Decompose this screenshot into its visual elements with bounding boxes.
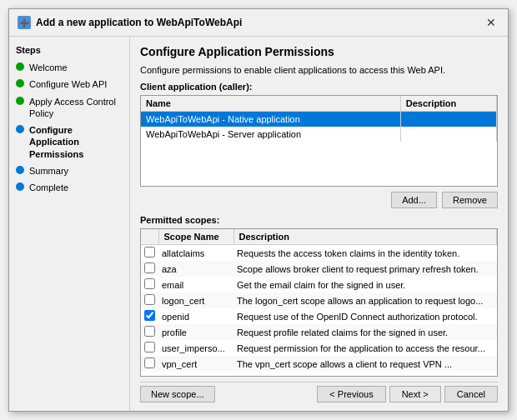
- scope-checkbox-5[interactable]: [144, 326, 155, 337]
- close-button[interactable]: ✕: [483, 14, 499, 31]
- scope-desc-6: Request permission for the application t…: [233, 340, 497, 356]
- client-row-1-desc: [400, 127, 496, 142]
- list-item: allatclaims Requests the access token cl…: [141, 245, 497, 262]
- scope-col-description: Description: [233, 229, 497, 245]
- title-bar: ➕ Add a new application to WebApiToWebAp…: [9, 9, 508, 37]
- scope-checkbox-6[interactable]: [144, 342, 155, 352]
- description-text: Configure permissions to enable client a…: [140, 65, 498, 75]
- scope-name-7: vpn_cert: [158, 356, 233, 372]
- step-label-configure-web-api: Configure Web API: [29, 78, 107, 90]
- add-button[interactable]: Add...: [391, 192, 437, 208]
- client-col-name: Name: [141, 96, 400, 112]
- scope-check-3[interactable]: [141, 292, 158, 308]
- steps-heading: Steps: [16, 45, 123, 55]
- step-dot-complete: [16, 182, 24, 191]
- list-item: vpn_cert The vpn_cert scope allows a cli…: [141, 356, 497, 372]
- step-dot-summary: [16, 166, 24, 174]
- sidebar: Steps Welcome Configure Web API Apply Ac…: [9, 37, 130, 411]
- step-dot-configure-web-api: [16, 79, 24, 88]
- client-row-1-name: WebApiToWebApi - Server application: [141, 127, 400, 142]
- nav-buttons: < Previous Next > Cancel: [317, 386, 498, 402]
- content-area: Steps Welcome Configure Web API Apply Ac…: [9, 37, 508, 411]
- scope-name-2: email: [158, 277, 233, 292]
- client-section-label: Client application (caller):: [140, 82, 498, 92]
- step-dot-apply-access: [16, 97, 24, 105]
- previous-button[interactable]: < Previous: [317, 386, 385, 402]
- scope-name-1: aza: [158, 261, 233, 277]
- scope-name-0: allatclaims: [158, 245, 233, 262]
- client-row-0-name: WebApiToWebApi - Native application: [141, 112, 400, 128]
- scope-checkbox-3[interactable]: [144, 294, 155, 305]
- client-table: Name Description WebApiToWebApi - Native…: [141, 96, 497, 142]
- client-col-description: Description: [400, 96, 496, 112]
- sidebar-item-apply-access-control-policy[interactable]: Apply Access Control Policy: [16, 96, 123, 120]
- scope-desc-3: The logon_cert scope allows an applicati…: [233, 292, 497, 308]
- next-button[interactable]: Next >: [389, 386, 441, 402]
- step-label-complete: Complete: [29, 182, 68, 193]
- list-item: aza Scope allows broker client to reques…: [141, 261, 497, 277]
- scope-checkbox-0[interactable]: [144, 247, 155, 258]
- scope-check-6[interactable]: [141, 340, 158, 356]
- client-row-0-desc: [400, 112, 496, 128]
- scope-desc-1: Scope allows broker client to request pr…: [233, 261, 497, 277]
- table-row[interactable]: WebApiToWebApi - Server application: [141, 127, 497, 142]
- client-buttons-row: Add... Remove: [140, 192, 498, 208]
- scope-desc-7: The vpn_cert scope allows a client to re…: [233, 356, 497, 372]
- scope-col-check: [141, 229, 158, 245]
- sidebar-item-summary[interactable]: Summary: [16, 165, 123, 177]
- step-dot-configure-app-perms: [16, 125, 24, 133]
- client-table-container[interactable]: Name Description WebApiToWebApi - Native…: [140, 95, 498, 187]
- step-label-welcome: Welcome: [29, 62, 68, 73]
- sidebar-item-configure-application-permissions[interactable]: Configure Application Permissions: [16, 124, 123, 160]
- scope-name-4: openid: [158, 308, 233, 324]
- list-item: openid Request use of the OpenID Connect…: [141, 308, 497, 324]
- cancel-button[interactable]: Cancel: [444, 386, 498, 402]
- sidebar-item-complete[interactable]: Complete: [16, 182, 123, 193]
- scope-checkbox-7[interactable]: [144, 358, 155, 368]
- step-label-summary: Summary: [29, 165, 68, 177]
- dialog: ➕ Add a new application to WebApiToWebAp…: [8, 8, 509, 412]
- step-dot-welcome: [16, 62, 24, 71]
- scope-checkbox-2[interactable]: [144, 278, 155, 289]
- scope-check-1[interactable]: [141, 261, 158, 277]
- remove-button[interactable]: Remove: [442, 192, 498, 208]
- list-item: profile Request profile related claims f…: [141, 324, 497, 340]
- scope-check-2[interactable]: [141, 277, 158, 292]
- sidebar-item-configure-web-api[interactable]: Configure Web API: [16, 78, 123, 90]
- step-label-configure-app-perms: Configure Application Permissions: [29, 124, 123, 160]
- scope-name-5: profile: [158, 324, 233, 340]
- scopes-container[interactable]: Scope Name Description allatclaims Reque…: [140, 228, 498, 377]
- dialog-title: Add a new application to WebApiToWebApi: [36, 17, 242, 28]
- scope-desc-4: Request use of the OpenID Connect author…: [233, 308, 497, 324]
- scope-checkbox-1[interactable]: [144, 262, 155, 273]
- scope-check-7[interactable]: [141, 356, 158, 372]
- scope-desc-2: Get the email claim for the signed in us…: [233, 277, 497, 292]
- scope-check-5[interactable]: [141, 324, 158, 340]
- footer-row: New scope... < Previous Next > Cancel: [140, 382, 498, 402]
- sidebar-item-welcome[interactable]: Welcome: [16, 62, 123, 73]
- scope-desc-5: Request profile related claims for the s…: [233, 324, 497, 340]
- step-label-apply-access: Apply Access Control Policy: [29, 96, 123, 120]
- table-row[interactable]: WebApiToWebApi - Native application: [141, 112, 497, 128]
- list-item: email Get the email claim for the signed…: [141, 277, 497, 292]
- main-panel: Configure Application Permissions Config…: [130, 37, 508, 411]
- scope-name-3: logon_cert: [158, 292, 233, 308]
- page-title: Configure Application Permissions: [140, 45, 498, 58]
- scope-checkbox-4[interactable]: [144, 310, 155, 321]
- scope-name-6: user_imperso...: [158, 340, 233, 356]
- list-item: logon_cert The logon_cert scope allows a…: [141, 292, 497, 308]
- new-scope-button[interactable]: New scope...: [140, 386, 215, 402]
- list-item: user_imperso... Request permission for t…: [141, 340, 497, 356]
- scopes-section-label: Permitted scopes:: [140, 215, 498, 225]
- scope-desc-0: Requests the access token claims in the …: [233, 245, 497, 262]
- add-icon: ➕: [18, 16, 31, 29]
- title-bar-left: ➕ Add a new application to WebApiToWebAp…: [18, 16, 242, 29]
- scope-col-name: Scope Name: [158, 229, 233, 245]
- scope-check-0[interactable]: [141, 245, 158, 262]
- scopes-table: Scope Name Description allatclaims Reque…: [141, 229, 497, 372]
- scope-check-4[interactable]: [141, 308, 158, 324]
